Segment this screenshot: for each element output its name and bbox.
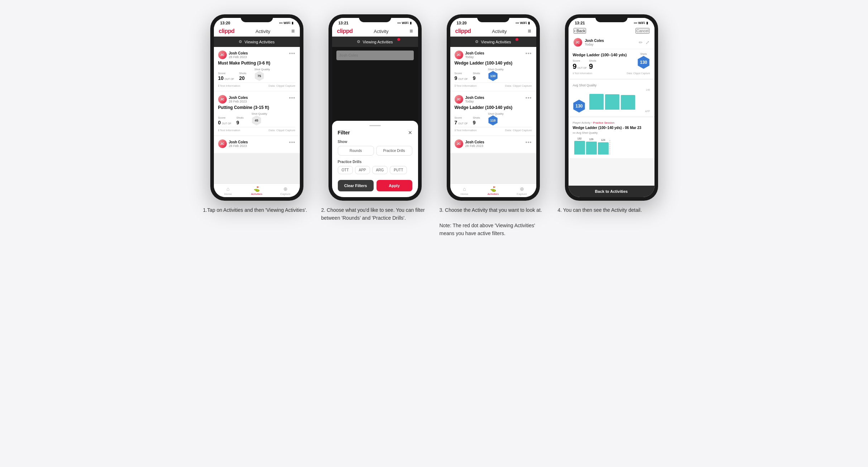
chart-hex: 130 — [573, 100, 586, 113]
detail-user-name: Josh Coles — [585, 39, 604, 43]
signal-icon-3: ▪▪▪ — [515, 21, 519, 25]
drill-toggle-group: OTT APP ARG PUTT — [338, 166, 412, 174]
user-date-3-1: Today — [465, 55, 484, 59]
more-icon-1-2[interactable]: ••• — [289, 95, 296, 101]
chart-bars — [588, 92, 650, 110]
user-name-3-3: Josh Coles — [465, 140, 484, 144]
drill-ott[interactable]: OTT — [338, 166, 353, 174]
app-header-3: clippd Activity ≡ — [450, 26, 536, 37]
viewing-bar-3[interactable]: ⚙ Viewing Activities — [450, 37, 536, 47]
activity-card-1-3[interactable]: JC Josh Coles 28 Feb 2023 ••• — [214, 136, 300, 153]
cancel-button[interactable]: Cancel — [636, 28, 649, 34]
battery-icon-3: ▮ — [528, 21, 530, 25]
filter-toggle-rounds[interactable]: Rounds — [338, 146, 374, 156]
battery-icon: ▮ — [292, 21, 293, 25]
menu-icon-3[interactable]: ≡ — [528, 28, 531, 34]
nav-capture-label-1: Capture — [280, 192, 290, 196]
back-button[interactable]: ‹ Back — [574, 28, 586, 34]
red-dot-3 — [515, 38, 518, 41]
phone-content-1: JC Josh Coles 28 Feb 2023 ••• Must Make … — [214, 47, 300, 184]
more-icon-3-3[interactable]: ••• — [526, 139, 532, 145]
nav-capture-1[interactable]: ⊕ Capture — [271, 184, 300, 197]
battery-icon-2: ▮ — [410, 21, 412, 25]
user-name-1-3: Josh Coles — [229, 140, 248, 144]
step-3: 13:20 ▪▪▪ WiFi ▮ clippd Activity ≡ ⚙ Vie… — [440, 14, 547, 238]
nav-activities-label-3: Activities — [488, 192, 499, 196]
phone-4: 13:21 ▪▪▪ WiFi ▮ ‹ Back Cancel JC Jo — [565, 14, 658, 201]
nav-home-1[interactable]: ⌂ Home — [214, 184, 243, 197]
nav-activities-3[interactable]: ⛳ Activities — [479, 184, 508, 197]
home-icon-1: ⌂ — [226, 186, 229, 192]
practice-link-text[interactable]: Practice Session — [593, 121, 614, 124]
home-icon-3: ⌂ — [463, 186, 466, 192]
drill-app[interactable]: APP — [355, 166, 370, 174]
filter-title: Filter — [338, 130, 350, 135]
chart-bar-3 — [621, 95, 635, 110]
filter-close-button[interactable]: ✕ — [408, 130, 412, 135]
back-activities-button[interactable]: Back to Activities — [569, 186, 654, 197]
detail-user-date: Today — [585, 43, 604, 46]
phone-notch-3 — [477, 14, 509, 22]
nav-home-3[interactable]: ⌂ Home — [450, 184, 479, 197]
activity-card-3-2[interactable]: JC Josh Coles Today ••• Wedge Ladder (10… — [450, 91, 536, 135]
filter-toggle-practice[interactable]: Practice Drills — [376, 146, 412, 156]
menu-icon-1[interactable]: ≡ — [291, 28, 294, 34]
nav-activities-1[interactable]: ⛳ Activities — [243, 184, 271, 197]
user-date-1-2: 28 Feb 2023 — [229, 100, 248, 103]
step-text-3: Choose the Activity that you want to loo… — [445, 207, 542, 213]
wifi-icon-2: WiFi — [402, 21, 409, 25]
detail-header: ‹ Back Cancel — [569, 26, 654, 36]
phone-notch-4 — [595, 14, 628, 22]
nav-capture-label-3: Capture — [517, 192, 527, 196]
apply-button[interactable]: Apply — [377, 180, 412, 191]
nav-capture-3[interactable]: ⊕ Capture — [508, 184, 536, 197]
activity-card-1-2[interactable]: JC Josh Coles 28 Feb 2023 ••• Putting Co… — [214, 91, 300, 135]
status-icons-3: ▪▪▪ WiFi ▮ — [515, 21, 530, 25]
activity-card-1-1[interactable]: JC Josh Coles 28 Feb 2023 ••• Must Make … — [214, 47, 300, 91]
header-title-3: Activity — [492, 29, 507, 34]
viewing-bar-text-3: Viewing Activities — [481, 40, 511, 44]
wifi-icon-3: WiFi — [520, 21, 527, 25]
chart-y-140: 140 — [646, 89, 650, 91]
expand-icon[interactable]: ⤢ — [646, 40, 649, 45]
activity-card-3-1[interactable]: JC Josh Coles Today ••• Wedge Ladder (10… — [450, 47, 536, 91]
viewing-bar-1[interactable]: ⚙ Viewing Activities — [214, 37, 300, 47]
filter-header: Filter ✕ — [338, 130, 412, 135]
avatar-1-1: JC — [218, 51, 227, 59]
card-footer-3-1: ℹ Test Information Data: Clippd Capture — [455, 82, 532, 87]
activity-card-3-3[interactable]: JC Josh Coles 28 Feb 2023 ••• — [450, 136, 536, 153]
step-num-2: 2. — [321, 207, 327, 213]
user-name-3-2: Josh Coles — [465, 96, 484, 100]
user-date-3-3: 28 Feb 2023 — [465, 144, 484, 148]
phone-notch — [241, 14, 273, 22]
status-icons-4: ▪▪▪ WiFi ▮ — [634, 21, 648, 25]
detail-capture: Data: Clippd Capture — [627, 72, 650, 75]
user-name-1-2: Josh Coles — [229, 96, 248, 100]
phone-notch-2 — [359, 14, 391, 22]
more-icon-3-1[interactable]: ••• — [526, 51, 532, 56]
filter-icon-3: ⚙ — [475, 39, 479, 44]
signal-icon-4: ▪▪▪ — [634, 21, 637, 25]
drill-arg[interactable]: ARG — [372, 166, 388, 174]
bottom-nav-1: ⌂ Home ⛳ Activities ⊕ Capture — [214, 184, 300, 197]
more-icon-1-1[interactable]: ••• — [289, 51, 296, 56]
step-text-4: You can then see the Activity detail. — [563, 207, 642, 213]
more-icon-3-2[interactable]: ••• — [526, 95, 532, 101]
viewing-bar-2[interactable]: ⚙ Viewing Activities — [332, 37, 418, 47]
card-stats-3-1: Score 9 OUT OF Shots 9 Shot Quality — [455, 68, 532, 81]
filter-handle — [369, 125, 381, 126]
logo-1: clippd — [219, 28, 235, 34]
more-icon-1-3[interactable]: ••• — [289, 139, 296, 145]
clear-filters-button[interactable]: Clear Filters — [338, 180, 374, 191]
drill-putt[interactable]: PUTT — [390, 166, 407, 174]
status-time-2: 13:21 — [339, 21, 349, 25]
wifi-icon-4: WiFi — [638, 21, 645, 25]
chart-bar-2 — [605, 94, 619, 110]
menu-icon-2[interactable]: ≡ — [409, 28, 413, 34]
user-info-1-3: JC Josh Coles 28 Feb 2023 — [218, 139, 248, 148]
card-title-3-1: Wedge Ladder (100-140 yds) — [455, 61, 532, 66]
nav-activities-label-1: Activities — [251, 192, 263, 196]
edit-icon[interactable]: ✏ — [639, 40, 643, 45]
avatar-1-2: JC — [218, 95, 227, 104]
activities-icon-3: ⛳ — [490, 186, 496, 192]
